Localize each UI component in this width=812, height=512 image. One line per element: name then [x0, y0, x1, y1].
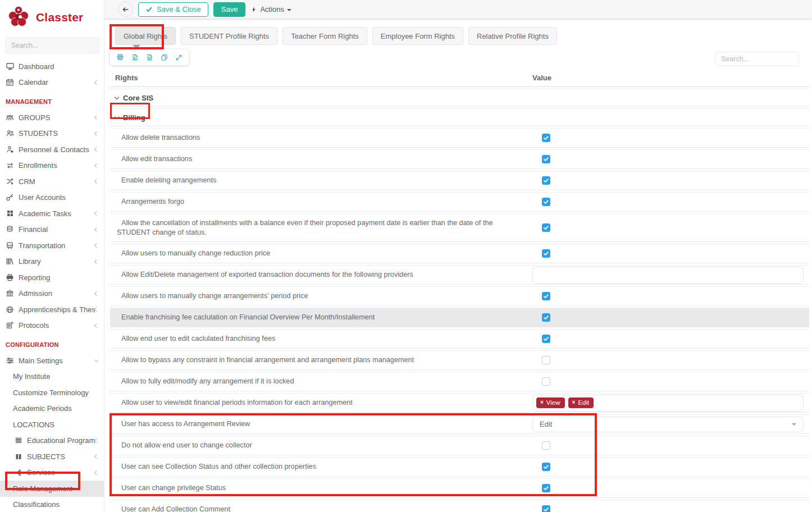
rights-row-enable-franchising-fee-caclulation-on-fi: Enable franchising fee caclulation on Fi… [110, 308, 809, 327]
sidebar-item-academic-tasks[interactable]: Academic Tasks [0, 205, 104, 222]
copy-icon[interactable] [161, 53, 168, 61]
checkbox-checked[interactable] [542, 313, 550, 322]
sidebar-item-dashboard[interactable]: Dashboard [0, 58, 104, 75]
checkbox-unchecked[interactable] [542, 377, 550, 386]
sidebar-menu: DashboardCalendarMANAGEMENTGROUPSSTUDENT… [0, 56, 104, 512]
right-value-cell [532, 351, 809, 369]
sidebar-item-label: Role Management [13, 484, 72, 493]
save-button[interactable]: Save [213, 2, 246, 17]
print-icon[interactable] [116, 53, 124, 61]
sidebar-item-calendar[interactable]: Calendar [0, 75, 104, 91]
tab-relative-profile-rights[interactable]: Relative Profile Rights [468, 27, 557, 45]
personnel-icon [4, 145, 15, 154]
sidebar-item-locations[interactable]: LOCATIONS [0, 417, 104, 433]
checkbox-unchecked[interactable] [542, 356, 550, 364]
sidebar-item-enrollments[interactable]: Enrollments [0, 158, 104, 174]
right-value-cell [532, 372, 809, 391]
back-button[interactable] [118, 2, 133, 17]
brand[interactable]: Classter [0, 0, 104, 33]
section-row-core-sis[interactable]: Core SIS [110, 89, 809, 107]
sidebar-item-classifications[interactable]: Classifications [0, 497, 104, 512]
rights-row-allow-to-bypass-any-constraint-in-financ: Allow to bypass any constraint in financ… [110, 350, 809, 370]
save-close-label: Save & Close [157, 5, 201, 13]
sidebar-item-customize-terminology[interactable]: Customize Terminology [0, 385, 104, 401]
value-text-input[interactable] [532, 267, 804, 284]
tag-view[interactable]: ×View [536, 397, 565, 409]
save-close-button[interactable]: Save & Close [138, 2, 208, 17]
tab-global-rights[interactable]: Global Rights [115, 27, 176, 45]
rights-row-user-can-see-collection-status-and-other: User can see Collection Status and other… [110, 457, 809, 477]
rights-table-body: Core SISBillingAllow delete transactions… [110, 89, 809, 512]
right-value-cell [532, 500, 809, 512]
right-value-cell: Edit [532, 415, 809, 433]
sidebar-item-library[interactable]: Library [0, 254, 104, 270]
value-column-header: Value [532, 74, 809, 82]
checkbox-checked[interactable] [542, 134, 550, 142]
section-row-billing[interactable]: Billing [110, 108, 809, 126]
right-value-cell [532, 129, 809, 147]
checkbox-checked[interactable] [542, 155, 550, 163]
sidebar-item-financial[interactable]: Financial [0, 222, 104, 238]
tab-employee-form-rights[interactable]: Employee Form Rights [372, 27, 463, 45]
sidebar-item-label: Transportation [19, 241, 65, 250]
sidebar-item-role-management[interactable]: Role Management [0, 481, 104, 497]
sidebar-item-label: GROUPS [19, 113, 50, 122]
sidebar-item-user-accounts[interactable]: User Accounts [0, 190, 104, 206]
checkbox-checked[interactable] [542, 505, 550, 512]
sidebar-item-label: CRM [19, 177, 35, 186]
sidebar-item-crm[interactable]: CRM [0, 173, 104, 190]
expand-icon[interactable] [175, 54, 183, 61]
tag-edit[interactable]: ×Edit [568, 397, 594, 409]
checkbox-checked[interactable] [542, 198, 550, 206]
checkbox-checked[interactable] [542, 484, 550, 492]
sidebar-item-academic-periods[interactable]: Academic Periods [0, 401, 104, 417]
sidebar-item-personnel-contacts[interactable]: Personnel & Contacts [0, 141, 104, 158]
sidebar-item-subjects[interactable]: SUBJECTS [0, 449, 104, 465]
sidebar-item-students[interactable]: STUDENTS [0, 126, 104, 142]
export-excel-icon[interactable] [131, 53, 139, 61]
sidebar-item-reporting[interactable]: Reporting [0, 269, 104, 286]
actions-menu-button[interactable]: Actions [250, 5, 291, 13]
sidebar-item-educational-programs[interactable]: Educational Programs [0, 433, 104, 449]
sidebar-item-my-institute[interactable]: My Institute [0, 369, 104, 385]
checkbox-checked[interactable] [542, 176, 550, 185]
right-value-cell [532, 171, 809, 190]
checkbox-checked[interactable] [542, 249, 550, 258]
rights-row-enable-deleting-arrangements: Enable deleting arrangements [110, 171, 809, 190]
value-select[interactable]: Edit [532, 417, 804, 432]
active-tab-pointer-icon [133, 45, 140, 49]
checkbox-unchecked[interactable] [542, 441, 550, 450]
sidebar-item-protocols[interactable]: Protocols [0, 318, 104, 334]
sidebar-item-label: Financial [19, 225, 48, 234]
sidebar-search-input[interactable] [5, 37, 99, 54]
right-value-cell [532, 244, 809, 263]
sidebar-item-transportation[interactable]: Transportation [0, 237, 104, 254]
sidebar-item-services[interactable]: Services [0, 465, 104, 481]
right-label: Allow end user to edit caclulated franch… [110, 330, 532, 348]
remove-tag-icon[interactable]: × [572, 399, 576, 406]
checkbox-checked[interactable] [542, 335, 550, 343]
admission-icon [4, 289, 15, 298]
sidebar-item-main-settings[interactable]: Main Settings [0, 353, 104, 369]
right-label: Allow delete transactions [110, 129, 532, 147]
grid-search-input[interactable] [715, 52, 799, 66]
sidebar-item-label: Admission [19, 289, 52, 298]
sidebar-item-admission[interactable]: Admission [0, 286, 104, 302]
checkbox-checked[interactable] [542, 292, 550, 300]
sidebar-item-label: Academic Tasks [19, 209, 71, 218]
checkbox-checked[interactable] [542, 223, 550, 232]
checkbox-checked[interactable] [542, 463, 550, 471]
sidebar-item-label: Personnel & Contacts [19, 145, 89, 154]
tab-student-profile-rights[interactable]: STUDENT Profile Rights [181, 27, 277, 45]
services-icon [13, 469, 24, 477]
sidebar-item-groups[interactable]: GROUPS [0, 109, 104, 126]
remove-tag-icon[interactable]: × [540, 399, 544, 406]
chevron-down-icon [115, 94, 119, 99]
actions-label: Actions [260, 5, 284, 13]
app-root: Classter DashboardCalendarMANAGEMENTGROU… [0, 0, 812, 512]
export-doc-icon[interactable] [146, 53, 153, 61]
sidebar-item-label: Protocols [19, 321, 49, 330]
value-tags-input[interactable]: ×View×Edit [532, 395, 804, 412]
sidebar-item-apprenticeships-thesis[interactable]: Apprenticeships & Thesis [0, 301, 104, 318]
tab-teacher-form-rights[interactable]: Teacher Form Rights [282, 27, 367, 45]
